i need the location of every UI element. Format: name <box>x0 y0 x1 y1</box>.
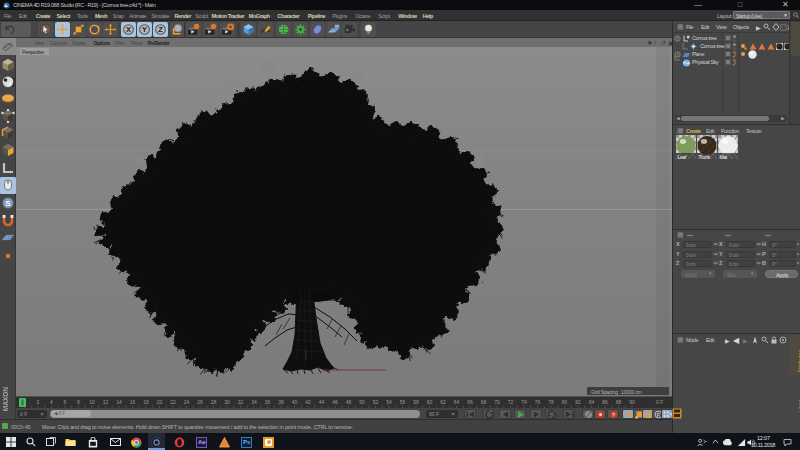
svg-text:72: 72 <box>508 399 514 405</box>
svg-text:Z: Z <box>158 25 163 34</box>
svg-text:50: 50 <box>359 399 365 405</box>
svg-text:54: 54 <box>386 399 392 405</box>
svg-text:62: 62 <box>440 399 446 405</box>
svg-text:56: 56 <box>400 399 406 405</box>
svg-text:74: 74 <box>521 399 527 405</box>
svg-text:14: 14 <box>116 399 122 405</box>
svg-text:90: 90 <box>629 399 635 405</box>
svg-text:18: 18 <box>143 399 149 405</box>
svg-text:86: 86 <box>602 399 608 405</box>
svg-text:12: 12 <box>103 399 109 405</box>
svg-text:26: 26 <box>197 399 203 405</box>
svg-text:Y: Y <box>142 25 147 34</box>
svg-text:84: 84 <box>589 399 595 405</box>
svg-text:22: 22 <box>170 399 176 405</box>
svg-text:10: 10 <box>89 399 95 405</box>
svg-text:X: X <box>126 25 131 34</box>
svg-text:2: 2 <box>37 399 40 405</box>
svg-text:46: 46 <box>332 399 338 405</box>
svg-text:88: 88 <box>616 399 622 405</box>
svg-text:40: 40 <box>292 399 298 405</box>
svg-text:76: 76 <box>535 399 541 405</box>
svg-text:82: 82 <box>575 399 581 405</box>
svg-text:34: 34 <box>251 399 257 405</box>
svg-text:8: 8 <box>77 399 80 405</box>
svg-text:58: 58 <box>413 399 419 405</box>
svg-text:70: 70 <box>494 399 500 405</box>
svg-text:0 F: 0 F <box>656 399 663 405</box>
svg-text:80: 80 <box>562 399 568 405</box>
svg-text:44: 44 <box>319 399 325 405</box>
svg-text:52: 52 <box>373 399 379 405</box>
svg-text:20: 20 <box>157 399 163 405</box>
svg-text:66: 66 <box>467 399 473 405</box>
svg-text:S: S <box>5 199 11 208</box>
svg-text:24: 24 <box>184 399 190 405</box>
svg-text:68: 68 <box>481 399 487 405</box>
svg-text:78: 78 <box>548 399 554 405</box>
svg-text:28: 28 <box>211 399 217 405</box>
svg-text:32: 32 <box>238 399 244 405</box>
svg-text:6: 6 <box>64 399 67 405</box>
svg-text:48: 48 <box>346 399 352 405</box>
svg-text:16: 16 <box>130 399 136 405</box>
svg-text:38: 38 <box>278 399 284 405</box>
svg-text:42: 42 <box>305 399 311 405</box>
svg-text:4: 4 <box>50 399 53 405</box>
svg-text:64: 64 <box>454 399 460 405</box>
svg-text:60: 60 <box>427 399 433 405</box>
svg-text:36: 36 <box>265 399 271 405</box>
svg-text:30: 30 <box>224 399 230 405</box>
